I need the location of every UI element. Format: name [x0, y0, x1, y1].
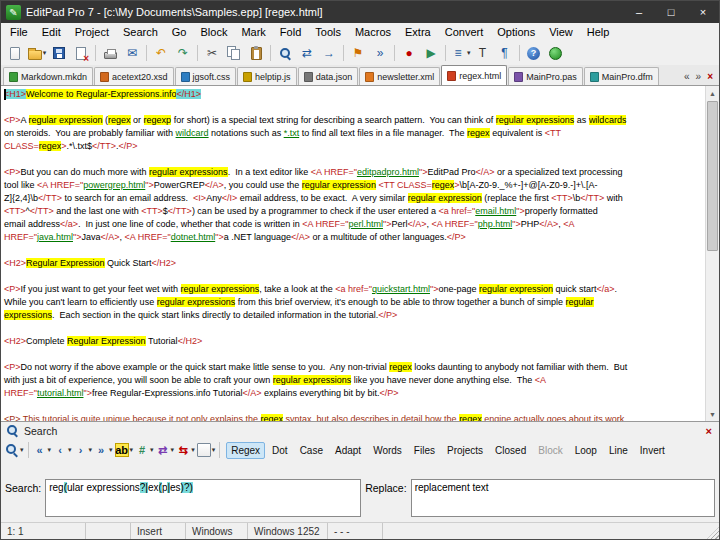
highlight-matches-button[interactable]: ab▾ — [114, 441, 135, 459]
tab-newsletter-xml[interactable]: newsletter.xml — [359, 67, 440, 85]
print-button[interactable] — [99, 43, 121, 63]
search-option-files[interactable]: Files — [409, 442, 440, 459]
search-option-regex[interactable]: Regex — [226, 442, 265, 459]
find-next-button[interactable]: ›▾ — [73, 441, 94, 459]
editor-line: on steroids. You are probably familiar w… — [4, 127, 705, 140]
extract-matches-button[interactable]: ▾ — [196, 441, 217, 459]
replace-next-button[interactable]: ⇄▾ — [155, 441, 176, 459]
tab-mainpro-dfm[interactable]: MainPro.dfm — [584, 67, 659, 85]
paste-button[interactable] — [245, 43, 267, 63]
open-file-button[interactable]: ▾ — [26, 43, 48, 63]
editor-line: HREF="tutorial.html">free Regular-Expres… — [4, 387, 705, 400]
new-file-button[interactable] — [4, 43, 26, 63]
replace-all-button[interactable]: ⇆▾ — [175, 441, 196, 459]
find-previous-button[interactable]: ‹▾ — [52, 441, 73, 459]
menu-item-fold[interactable]: Fold — [273, 25, 308, 39]
redo-button[interactable]: ↷ — [172, 43, 194, 63]
search-option-closed[interactable]: Closed — [490, 442, 531, 459]
editor-text-segment: *.txt — [284, 128, 300, 138]
menu-item-block[interactable]: Block — [194, 25, 235, 39]
editor-scrollbar[interactable]: ▲ ▼ — [705, 86, 719, 421]
file-list-button[interactable]: ≡▾ — [449, 43, 472, 63]
menu-item-mark[interactable]: Mark — [234, 25, 272, 39]
cut-button[interactable]: ✂ — [201, 43, 223, 63]
website-button[interactable] — [545, 43, 567, 63]
find-first-button[interactable]: «▾ — [32, 441, 53, 459]
visible-chars-button[interactable]: ¶ — [494, 43, 516, 63]
editor-text-segment: Quick Start — [105, 258, 152, 268]
replace-input[interactable]: replacement text — [411, 479, 715, 517]
editor-text-segment: expressions — [4, 310, 52, 320]
toggle-bookmark-button[interactable]: ⚑ — [347, 43, 369, 63]
help-button[interactable]: ? — [523, 43, 545, 63]
search-input[interactable]: reg(ular expressions?|ex(p|es)?) — [45, 479, 361, 517]
editor-text-segment: regular expression — [29, 115, 103, 125]
font-button[interactable]: T — [472, 43, 494, 63]
menu-item-project[interactable]: Project — [68, 25, 116, 39]
replace-button[interactable]: ⇄ — [296, 43, 318, 63]
tab-acetext20-xsd[interactable]: acetext20.xsd — [94, 67, 174, 85]
search-option-invert[interactable]: Invert — [635, 442, 670, 459]
search-option-case[interactable]: Case — [295, 442, 328, 459]
save-button[interactable] — [48, 43, 70, 63]
search-option-adapt[interactable]: Adapt — [330, 442, 366, 459]
menu-item-macros[interactable]: Macros — [348, 25, 398, 39]
menu-item-file[interactable]: File — [3, 25, 35, 39]
tab-scroll-left-button[interactable]: « — [682, 71, 692, 82]
go-to-button[interactable]: → — [318, 43, 340, 63]
scrollbar-down-arrow-icon[interactable]: ▼ — [706, 407, 719, 421]
search-panel-close-button[interactable]: × — [704, 425, 714, 437]
next-bookmark-button[interactable]: » — [369, 43, 391, 63]
copy-button[interactable] — [223, 43, 245, 63]
scrollbar-thumb[interactable] — [707, 101, 718, 251]
undo-button[interactable]: ↶ — [150, 43, 172, 63]
tab-close-button[interactable]: × — [705, 71, 715, 82]
tab-helptip-js[interactable]: helptip.js — [237, 67, 297, 85]
menu-item-view[interactable]: View — [542, 25, 580, 39]
count-matches-button[interactable]: #▾ — [134, 441, 155, 459]
tab-jgsoft-css[interactable]: jgsoft.css — [175, 67, 237, 85]
close-file-button[interactable] — [70, 43, 92, 63]
editor-text-segment: <TT> — [4, 206, 26, 216]
menu-item-go[interactable]: Go — [165, 25, 194, 39]
toolbar-separator — [146, 45, 147, 61]
search-option-words[interactable]: Words — [368, 442, 407, 459]
play-macro-button[interactable]: ▶ — [420, 43, 442, 63]
editor[interactable]: <H1>Welcome to Regular-Expressions.info<… — [1, 86, 719, 421]
search-option-loop[interactable]: Loop — [570, 442, 602, 459]
tab-markdown-mkdn[interactable]: Markdown.mkdn — [3, 67, 93, 85]
search-button[interactable] — [274, 43, 296, 63]
menu-item-convert[interactable]: Convert — [438, 25, 491, 39]
editor-text-segment: <A — [563, 219, 574, 229]
count-matches-icon: # — [135, 443, 149, 457]
mail-button[interactable]: ✉ — [121, 43, 143, 63]
editor-text-segment: </P> — [380, 388, 399, 398]
tab-data-json[interactable]: data.json — [298, 67, 359, 85]
menu-item-search[interactable]: Search — [116, 25, 165, 39]
menu-item-options[interactable]: Options — [490, 25, 542, 39]
minimize-button[interactable]: – — [623, 1, 655, 23]
menu-item-help[interactable]: Help — [580, 25, 617, 39]
tab-mainpro-pas[interactable]: MainPro.pas — [508, 67, 583, 85]
tab-regex-html[interactable]: regex.html — [441, 65, 507, 85]
maximize-button[interactable]: □ — [655, 1, 687, 23]
search-option-dot[interactable]: Dot — [267, 442, 293, 459]
incremental-search-button[interactable]: ▾ — [4, 441, 25, 459]
record-macro-button[interactable]: ● — [398, 43, 420, 63]
menu-item-tools[interactable]: Tools — [308, 25, 348, 39]
search-option-line[interactable]: Line — [604, 442, 633, 459]
find-last-button[interactable]: »▾ — [93, 441, 114, 459]
font-icon: T — [475, 45, 491, 61]
tab-scroll-right-button[interactable]: » — [694, 71, 704, 82]
dropdown-caret-icon: ▾ — [68, 446, 72, 454]
editor-text-segment: <A HREF=" — [302, 219, 348, 229]
search-option-projects[interactable]: Projects — [442, 442, 488, 459]
menu-item-edit[interactable]: Edit — [35, 25, 68, 39]
editor-text-segment: for short) is a special text string for … — [171, 115, 496, 125]
close-button[interactable]: × — [687, 1, 719, 23]
editor-text-segment: , take a look at the — [259, 284, 335, 294]
scrollbar-up-arrow-icon[interactable]: ▲ — [706, 86, 719, 100]
editor-text-segment: HREF=" — [4, 388, 37, 398]
editor-text-segment: or — [131, 115, 144, 125]
menu-item-extra[interactable]: Extra — [398, 25, 438, 39]
